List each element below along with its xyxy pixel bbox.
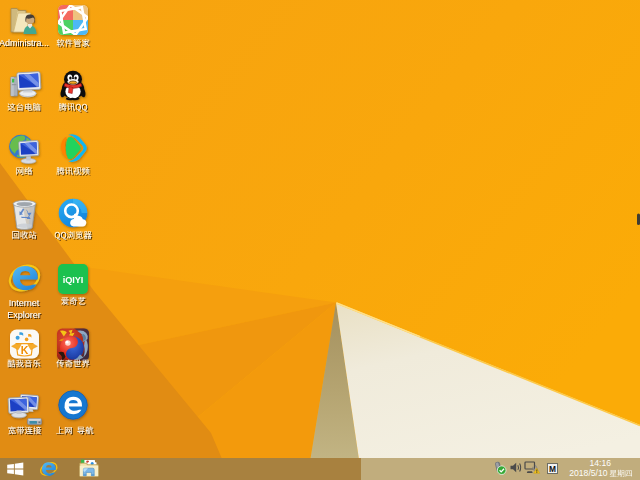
svg-text:2018/5/10: 2018/5/10 [569,468,607,478]
svg-text:14:16: 14:16 [589,458,611,468]
svg-text:K: K [21,344,29,356]
svg-text:Administra...: Administra... [0,38,49,48]
svg-text:iQIYI: iQIYI [63,275,83,285]
svg-text:Internet: Internet [9,298,40,308]
svg-text:Explorer: Explorer [7,310,41,320]
svg-text:M: M [549,464,556,474]
